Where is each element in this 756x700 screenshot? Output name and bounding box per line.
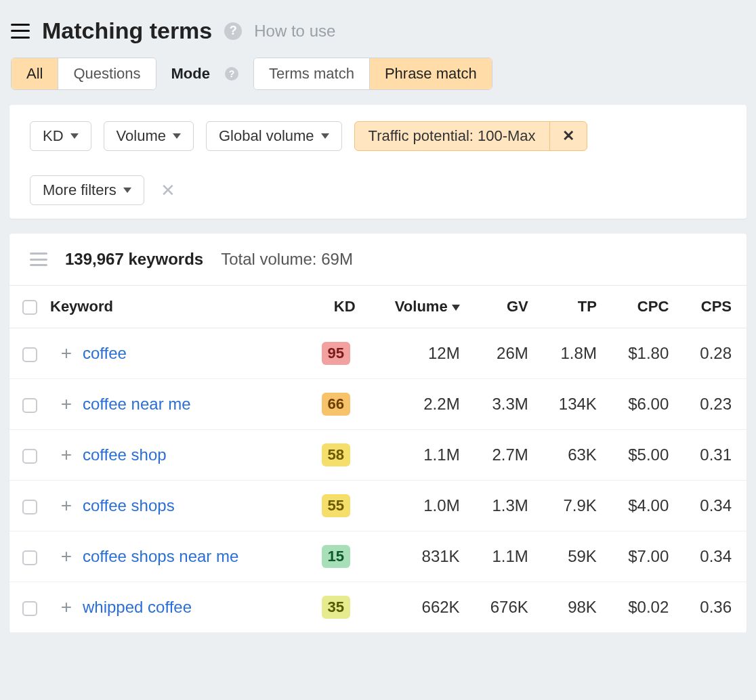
cell-tp: 98K: [535, 582, 604, 633]
remove-filter-icon[interactable]: ✕: [549, 122, 587, 150]
cell-tp: 1.8M: [535, 328, 604, 379]
cell-tp: 59K: [535, 531, 604, 582]
filter-volume-label: Volume: [117, 127, 166, 145]
col-gv[interactable]: GV: [467, 286, 535, 328]
results-panel: 139,967 keywords Total volume: 69M Keywo…: [9, 234, 747, 633]
col-cps[interactable]: CPS: [675, 286, 747, 328]
cell-gv: 2.7M: [467, 430, 535, 481]
more-filters-label: More filters: [43, 181, 117, 199]
toggle-all[interactable]: All: [12, 58, 58, 89]
cell-cps: 0.31: [675, 430, 747, 481]
filter-global-volume-label: Global volume: [219, 127, 314, 145]
col-volume-label: Volume: [395, 298, 448, 315]
filter-global-volume[interactable]: Global volume: [206, 121, 342, 151]
mode-toggle: Terms match Phrase match: [253, 58, 492, 90]
cell-cps: 0.34: [675, 531, 747, 582]
kd-badge: 95: [322, 342, 350, 365]
how-to-use-link[interactable]: How to use: [254, 22, 335, 41]
cell-volume: 831K: [362, 531, 467, 582]
results-table: Keyword KD Volume GV TP CPC CPS +coffee9…: [9, 285, 747, 633]
add-icon[interactable]: +: [57, 445, 76, 464]
cell-cpc: $0.02: [604, 582, 675, 633]
keyword-link[interactable]: coffee near me: [83, 395, 191, 413]
cell-volume: 662K: [362, 582, 467, 633]
col-keyword[interactable]: Keyword: [50, 286, 299, 328]
keyword-link[interactable]: coffee shop: [83, 445, 167, 464]
filter-kd[interactable]: KD: [30, 121, 91, 151]
help-icon[interactable]: ?: [224, 22, 242, 40]
keyword-link[interactable]: coffee shops: [83, 496, 175, 515]
cell-volume: 1.1M: [362, 430, 467, 481]
chevron-down-icon: [321, 133, 329, 139]
col-tp[interactable]: TP: [535, 286, 604, 328]
kd-badge: 15: [322, 545, 350, 568]
filter-volume[interactable]: Volume: [104, 121, 194, 151]
filter-traffic-potential-label[interactable]: Traffic potential: 100-Max: [355, 122, 549, 150]
col-volume[interactable]: Volume: [362, 286, 467, 328]
add-icon[interactable]: +: [57, 547, 76, 566]
add-icon[interactable]: +: [57, 496, 76, 515]
list-icon[interactable]: [30, 253, 47, 266]
cell-tp: 7.9K: [535, 481, 604, 531]
cell-gv: 3.3M: [467, 379, 535, 430]
table-row: +coffee near me662.2M3.3M134K$6.000.23: [9, 379, 747, 430]
chevron-down-icon: [123, 188, 131, 193]
add-icon[interactable]: +: [57, 344, 76, 363]
cell-tp: 134K: [535, 379, 604, 430]
chevron-down-icon: [70, 133, 79, 139]
row-checkbox[interactable]: [22, 601, 37, 616]
filter-traffic-potential: Traffic potential: 100-Max ✕: [354, 121, 587, 151]
cell-gv: 1.3M: [467, 481, 535, 531]
cell-tp: 63K: [535, 430, 604, 481]
menu-icon[interactable]: [11, 24, 30, 39]
table-row: +coffee9512M26M1.8M$1.800.28: [9, 328, 747, 379]
toggle-questions[interactable]: Questions: [58, 58, 155, 89]
cell-volume: 12M: [362, 328, 467, 379]
cell-volume: 1.0M: [362, 481, 467, 531]
filter-kd-label: KD: [43, 127, 64, 145]
cell-cps: 0.34: [675, 481, 747, 531]
col-kd[interactable]: KD: [299, 286, 362, 328]
cell-volume: 2.2M: [362, 379, 467, 430]
table-row: +coffee shops near me15831K1.1M59K$7.000…: [9, 531, 747, 582]
more-filters-button[interactable]: More filters: [30, 175, 144, 205]
keyword-link[interactable]: whipped coffee: [83, 598, 192, 616]
kd-badge: 58: [322, 443, 350, 466]
cell-cps: 0.23: [675, 379, 747, 430]
total-volume: Total volume: 69M: [221, 250, 353, 269]
mode-help-icon[interactable]: ?: [225, 67, 238, 81]
cell-cpc: $6.00: [604, 379, 675, 430]
sort-desc-icon: [452, 305, 460, 311]
cell-cps: 0.28: [675, 328, 747, 379]
keyword-link[interactable]: coffee: [83, 344, 127, 362]
filters-panel: KD Volume Global volume Traffic potentia…: [9, 105, 747, 219]
add-icon[interactable]: +: [57, 395, 76, 414]
row-checkbox[interactable]: [22, 550, 37, 565]
table-row: +whipped coffee35662K676K98K$0.020.36: [9, 582, 747, 633]
page-title: Matching terms: [42, 18, 212, 44]
cell-cpc: $7.00: [604, 531, 675, 582]
clear-filters-icon[interactable]: ✕: [156, 180, 175, 201]
table-row: +coffee shop581.1M2.7M63K$5.000.31: [9, 430, 747, 481]
cell-gv: 26M: [467, 328, 535, 379]
row-checkbox[interactable]: [22, 449, 37, 464]
cell-gv: 1.1M: [467, 531, 535, 582]
cell-cpc: $5.00: [604, 430, 675, 481]
row-checkbox[interactable]: [22, 500, 37, 515]
cell-cpc: $1.80: [604, 328, 675, 379]
row-checkbox[interactable]: [22, 347, 37, 362]
mode-terms[interactable]: Terms match: [254, 58, 369, 89]
keyword-link[interactable]: coffee shops near me: [83, 547, 238, 565]
keyword-count: 139,967 keywords: [65, 250, 203, 269]
col-cpc[interactable]: CPC: [604, 286, 675, 328]
row-checkbox[interactable]: [22, 398, 37, 413]
chevron-down-icon: [173, 133, 181, 139]
kd-badge: 35: [322, 596, 350, 619]
select-all-checkbox[interactable]: [22, 300, 37, 315]
cell-gv: 676K: [467, 582, 535, 633]
add-icon[interactable]: +: [57, 598, 76, 617]
mode-phrase[interactable]: Phrase match: [369, 58, 492, 89]
kd-badge: 66: [322, 393, 350, 416]
kd-badge: 55: [322, 494, 350, 517]
cell-cps: 0.36: [675, 582, 747, 633]
